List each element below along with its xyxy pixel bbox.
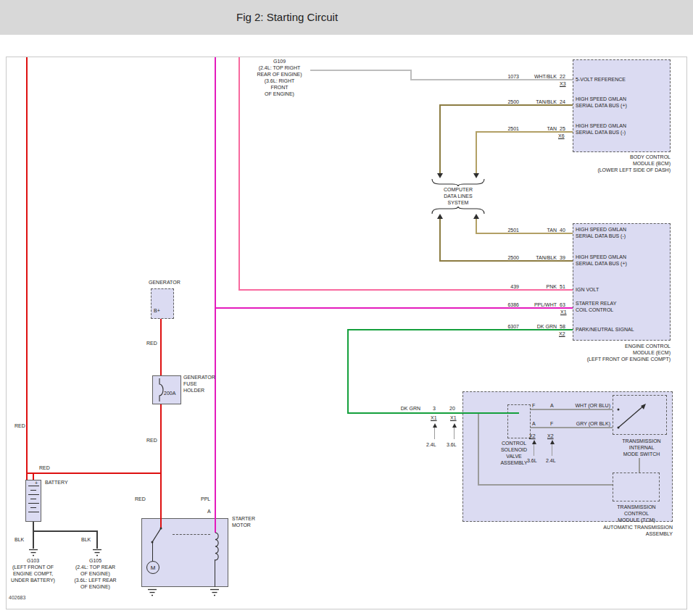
wire-gray-mode-bottom: [531, 427, 613, 428]
solenoid-caption: ASSEMBLY: [493, 459, 535, 466]
g105-label: (3.6L: LEFT REAR: [65, 577, 126, 583]
wire-tan-drop-lower: [476, 219, 477, 233]
pin-number: 20: [449, 405, 455, 412]
g103-label: ENGINE COMPT,: [2, 570, 64, 577]
mode-switch-caption: INTERNAL: [613, 444, 671, 451]
page-title: Fig 2: Starting Circuit: [236, 11, 338, 23]
pin-number: 25: [560, 125, 565, 132]
circuit-number: 2500: [500, 99, 519, 105]
mode-switch-icon: [613, 395, 667, 435]
pin-number: 22: [560, 73, 565, 80]
wire-tanblk-drop-upper: [439, 104, 441, 173]
battery-plate: [28, 512, 39, 512]
wire-tag-red: RED: [146, 340, 157, 346]
solenoid-valve-box: [507, 404, 531, 438]
fuse-rating: 200A: [164, 390, 175, 396]
wire-red-battery-stub: [33, 473, 34, 480]
g109-label: REAR OF ENGINE): [249, 71, 310, 78]
arrow-up-icon: [473, 214, 479, 219]
wire-green-vertical: [347, 329, 349, 414]
switch-icon: [148, 526, 164, 545]
wire-red-battery-branch: [26, 473, 162, 474]
wire-color-label: TAN: [520, 125, 557, 132]
connector-id: X2: [529, 433, 536, 439]
ecm-caption: MODULE (ECM): [562, 349, 671, 356]
pin-number: 24: [560, 99, 565, 105]
mode-switch-caption: TRANSMISSION: [613, 438, 671, 444]
engine-variant: 3.6L: [447, 441, 457, 448]
battery-plate: [30, 490, 36, 491]
g103-label: UNDER BATTERY): [2, 577, 64, 583]
ecm-pin-function: SERIAL DATA BUS (-): [576, 233, 626, 239]
coil-ground-line: [215, 559, 215, 587]
pin-number: 51: [560, 283, 565, 290]
wire-gray-tcm-horizontal: [478, 484, 613, 486]
connector-id: X3: [560, 80, 566, 87]
data-lines-label: DATA LINES: [433, 193, 484, 199]
x2-stub-b: [552, 444, 552, 456]
pin-letter: F: [550, 420, 553, 427]
wire-tan-drop-upper: [476, 131, 477, 173]
mode-switch-caption: MODE SWITCH: [613, 451, 671, 457]
assembly-caption: AUTOMATIC TRANSMISSION: [564, 524, 673, 530]
tcm-box: [613, 473, 660, 501]
wire-tag-red: RED: [146, 437, 157, 444]
ecm-pin-function: SERIAL DATA BUS (+): [576, 260, 627, 267]
coil-icon: [209, 532, 221, 561]
wire-color-label: GRY (OR BLK): [558, 420, 610, 427]
wire-black-g103: [33, 522, 34, 549]
battery-plate: [30, 507, 36, 508]
wire-tag-ppl: PPL: [201, 496, 210, 502]
battery-plate: [28, 503, 39, 504]
battery-plate: [30, 499, 36, 499]
wire-color-label: TAN/BLK: [520, 254, 557, 261]
wire-gray-tcm-vertical: [478, 414, 479, 486]
title-bar: Fig 2: Starting Circuit: [0, 0, 693, 35]
bcm-caption: BODY CONTROL: [562, 154, 671, 160]
ecm-pin-function: HIGH SPEED GMLAN: [576, 254, 626, 260]
g105-label: G105: [65, 557, 126, 564]
battery-label: BATTERY: [45, 479, 68, 486]
ecm-pin-function: COIL CONTROL: [576, 307, 613, 313]
tcm-caption: TRANSMISSION: [607, 504, 665, 510]
pin-number: 58: [560, 323, 565, 330]
connector-id: X2: [559, 330, 565, 337]
ecm-module-box: [573, 223, 671, 341]
bcm-caption: MODULE (BCM): [562, 160, 671, 167]
bcm-pin-function: HIGH SPEED GMLAN: [576, 96, 626, 102]
fuse-holder-label: FUSE: [183, 380, 197, 387]
arrow-down-icon: [437, 173, 443, 178]
arrow-down-icon: [473, 173, 479, 178]
starter-caption: MOTOR: [232, 522, 251, 528]
connector-arrow-icon: [550, 440, 555, 444]
bcm-pin-function: SERIAL DATA BUS (-): [576, 129, 626, 136]
wire-tag-red: RED: [135, 496, 146, 502]
connector-arrow-icon: [433, 423, 437, 428]
fuse-holder-label: GENERATOR: [183, 374, 215, 380]
g109-label: (2.4L: TOP RIGHT: [249, 64, 310, 71]
g103-label: (LEFT FRONT OF: [2, 564, 64, 570]
wire-tag-blk: BLK: [81, 536, 91, 543]
g109-label: G109: [249, 58, 310, 64]
pin-number: 39: [560, 254, 565, 261]
starter-a-terminal: A: [207, 508, 211, 515]
g103-label: G103: [2, 557, 64, 564]
battery-plate: [28, 494, 39, 495]
ecm-pin-function: IGN VOLT: [576, 286, 599, 293]
g105-label: OF ENGINE): [65, 583, 126, 590]
arrow-up-icon: [437, 214, 443, 219]
ecm-caption: (LEFT FRONT OF ENGINE COMPT): [562, 356, 671, 362]
ecm-pin-function: STARTER RELAY: [576, 300, 616, 307]
connector-id: X1: [431, 415, 437, 421]
wire-purple-starter: [215, 57, 216, 533]
circuit-number: 2500: [500, 254, 519, 261]
g109-label: FRONT: [249, 84, 310, 91]
wire-black-branch: [33, 530, 97, 532]
wire-color-label: PNK: [520, 283, 557, 290]
wire-color-label: DK GRN: [520, 323, 557, 330]
generator-terminal: B+: [154, 307, 160, 314]
connector-id: X1: [450, 415, 457, 421]
wire-tanblk-drop-lower: [439, 219, 441, 261]
connector-id: X1: [560, 309, 567, 315]
wire-tag-blk: BLK: [14, 536, 24, 543]
